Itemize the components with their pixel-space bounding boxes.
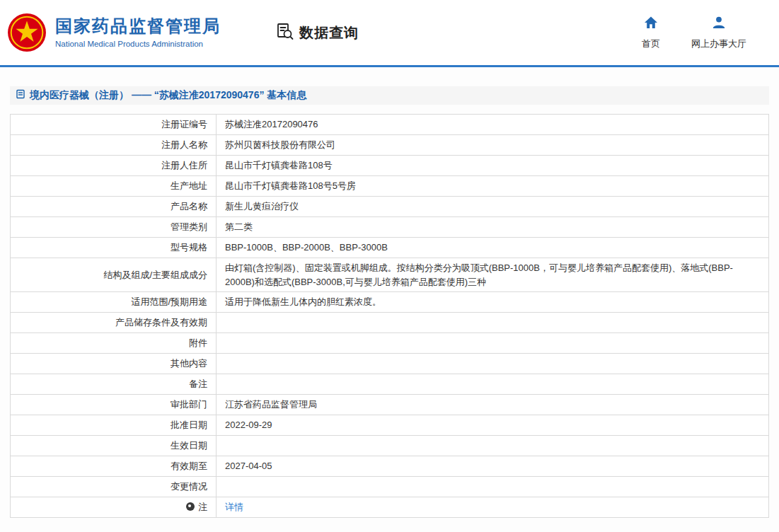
row-label: 变更情况 xyxy=(11,477,217,497)
registration-info-table: 注册证编号 苏械注准20172090476 注册人名称 苏州贝茵科技股份有限公司… xyxy=(10,114,769,518)
row-value: 江苏省药品监督管理局 xyxy=(217,395,769,415)
table-row: 变更情况 xyxy=(11,477,769,497)
table-row: 有效期至 2027-04-05 xyxy=(11,456,769,477)
row-label: 注册人名称 xyxy=(11,135,217,156)
national-emblem-logo xyxy=(7,13,47,52)
row-label: 型号规格 xyxy=(11,238,217,258)
table-row: 审批部门 江苏省药品监督管理局 xyxy=(11,395,769,415)
org-name-en: National Medical Products Administration xyxy=(55,40,221,48)
row-value xyxy=(217,436,769,456)
row-value xyxy=(217,354,769,374)
table-row: 型号规格 BBP-1000B、BBP-2000B、BBP-3000B xyxy=(11,238,769,258)
row-value: 详情 xyxy=(217,497,769,518)
org-title-block: 国家药品监督管理局 National Medical Products Admi… xyxy=(55,17,221,48)
table-row: 产品名称 新生儿黄疸治疗仪 xyxy=(11,197,769,217)
table-row: 注 详情 xyxy=(11,497,769,518)
table-row: 生效日期 xyxy=(11,436,769,456)
data-query-icon xyxy=(276,22,294,43)
row-value xyxy=(217,374,769,395)
detail-link[interactable]: 详情 xyxy=(225,502,243,512)
nav-home[interactable]: 首页 xyxy=(642,16,660,50)
row-label: 审批部门 xyxy=(11,395,217,415)
row-label: 其他内容 xyxy=(11,354,217,374)
row-value: 苏州贝茵科技股份有限公司 xyxy=(217,135,769,156)
nav-online-hall[interactable]: 网上办事大厅 xyxy=(691,16,746,50)
table-row: 注册人住所 昆山市千灯镇龚巷路108号 xyxy=(11,156,769,176)
row-value: 2022-09-29 xyxy=(217,415,769,436)
header-nav: 首页 网上办事大厅 xyxy=(642,16,746,50)
row-value xyxy=(217,477,769,497)
row-value: 2027-04-05 xyxy=(217,456,769,477)
table-row: 适用范围/预期用途 适用于降低新生儿体内的胆红素浓度。 xyxy=(11,292,769,313)
row-label: 备注 xyxy=(11,374,217,395)
row-label: 有效期至 xyxy=(11,456,217,477)
nav-online-hall-label: 网上办事大厅 xyxy=(691,37,746,50)
home-icon xyxy=(644,16,658,33)
table-row: 注册人名称 苏州贝茵科技股份有限公司 xyxy=(11,135,769,156)
row-label: 附件 xyxy=(11,333,217,354)
table-row: 结构及组成/主要组成成分 由灯箱(含控制器)、固定装置或机脚组成。按结构分类分为… xyxy=(11,258,769,292)
row-value: 适用于降低新生儿体内的胆红素浓度。 xyxy=(217,292,769,313)
row-label: 生产地址 xyxy=(11,176,217,197)
row-label: 适用范围/预期用途 xyxy=(11,292,217,313)
user-icon xyxy=(712,16,726,33)
row-value: 由灯箱(含控制器)、固定装置或机脚组成。按结构分类分为吸顶式(BBP-1000B… xyxy=(217,258,769,292)
table-row: 产品储存条件及有效期 xyxy=(11,313,769,333)
row-label: 注册人住所 xyxy=(11,156,217,176)
row-label: 产品名称 xyxy=(11,197,217,217)
data-query-section[interactable]: 数据查询 xyxy=(276,22,359,43)
page-title: 境内医疗器械（注册） —— “苏械注准20172090476” 基本信息 xyxy=(30,89,306,102)
row-label: 管理类别 xyxy=(11,217,217,238)
row-value: 苏械注准20172090476 xyxy=(217,115,769,135)
row-value: 昆山市千灯镇龚巷路108号 xyxy=(217,156,769,176)
row-value xyxy=(217,313,769,333)
note-icon xyxy=(186,502,195,511)
breadcrumb: 境内医疗器械（注册） —— “苏械注准20172090476” 基本信息 xyxy=(10,86,769,105)
table-row: 批准日期 2022-09-29 xyxy=(11,415,769,436)
table-row: 注册证编号 苏械注准20172090476 xyxy=(11,115,769,135)
document-icon xyxy=(16,89,25,102)
row-value: 新生儿黄疸治疗仪 xyxy=(217,197,769,217)
table-row: 其他内容 xyxy=(11,354,769,374)
row-label: 注 xyxy=(11,497,217,518)
data-query-label: 数据查询 xyxy=(299,23,359,42)
row-label: 注册证编号 xyxy=(11,115,217,135)
table-row: 备注 xyxy=(11,374,769,395)
table-row: 管理类别 第二类 xyxy=(11,217,769,238)
table-row: 生产地址 昆山市千灯镇龚巷路108号5号房 xyxy=(11,176,769,197)
row-value xyxy=(217,333,769,354)
row-value: 第二类 xyxy=(217,217,769,238)
row-label: 结构及组成/主要组成成分 xyxy=(11,258,217,292)
info-table-body: 注册证编号 苏械注准20172090476 注册人名称 苏州贝茵科技股份有限公司… xyxy=(11,115,769,518)
row-label: 生效日期 xyxy=(11,436,217,456)
row-label: 批准日期 xyxy=(11,415,217,436)
row-label: 产品储存条件及有效期 xyxy=(11,313,217,333)
nav-home-label: 首页 xyxy=(642,37,660,50)
main-content: 境内医疗器械（注册） —— “苏械注准20172090476” 基本信息 注册证… xyxy=(0,67,779,532)
row-value: 昆山市千灯镇龚巷路108号5号房 xyxy=(217,176,769,197)
site-header: 国家药品监督管理局 National Medical Products Admi… xyxy=(0,0,779,67)
table-row: 附件 xyxy=(11,333,769,354)
row-value: BBP-1000B、BBP-2000B、BBP-3000B xyxy=(217,238,769,258)
org-name-cn: 国家药品监督管理局 xyxy=(55,17,221,35)
